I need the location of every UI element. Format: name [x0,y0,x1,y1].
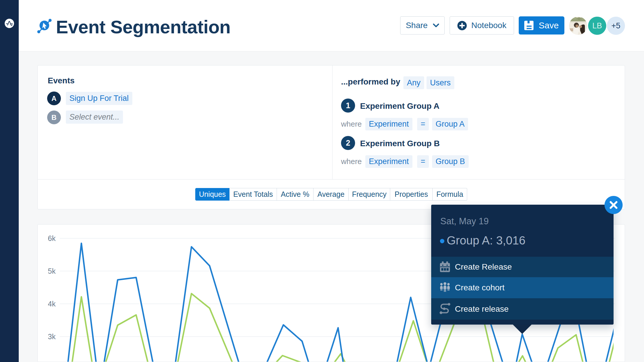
svg-text:4k: 4k [48,300,56,308]
svg-text:5k: 5k [48,267,56,275]
svg-text:6k: 6k [48,234,56,242]
svg-text:3k: 3k [48,332,56,341]
